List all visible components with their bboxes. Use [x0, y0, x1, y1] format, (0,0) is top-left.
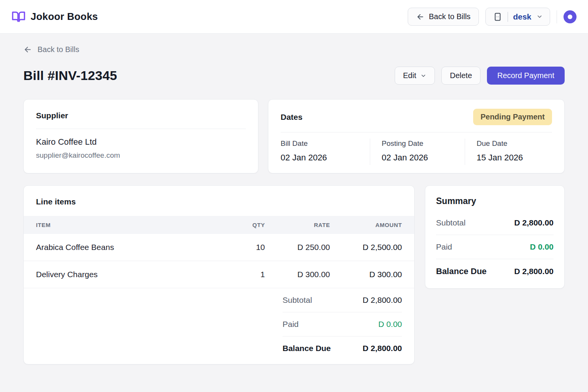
open-book-logo-icon	[11, 10, 26, 24]
summary-paid-value: D 0.00	[530, 242, 554, 252]
main-content: Back to Bills Bill #INV-12345 Edit Delet…	[0, 34, 588, 364]
arrow-left-icon	[416, 13, 425, 21]
balance-due-row: Balance Due D 2,800.00	[283, 336, 402, 360]
item-amount-cell: D 2,500.00	[330, 234, 414, 261]
summary-subtotal-label: Subtotal	[436, 218, 466, 227]
card-divider	[281, 132, 552, 132]
item-rate-cell: D 300.00	[265, 261, 330, 288]
page-actions: Edit Delete Record Payment	[395, 67, 565, 85]
workspace-name: desk	[513, 12, 531, 21]
due-date-label: Due Date	[477, 139, 552, 148]
paid-row: Paid D 0.00	[283, 312, 402, 336]
line-items-totals: Subtotal D 2,800.00 Paid D 0.00 Balance …	[283, 288, 402, 364]
line-items-heading: Line items	[24, 186, 414, 216]
subtotal-row: Subtotal D 2,800.00	[283, 288, 402, 312]
item-qty-cell: 10	[230, 234, 265, 261]
bill-date-field: Bill Date 02 Jan 2026	[281, 139, 370, 165]
supplier-card: Supplier Kairo Coffee Ltd supplier@kairo…	[23, 99, 258, 173]
user-avatar[interactable]	[564, 10, 577, 23]
record-payment-button[interactable]: Record Payment	[487, 67, 565, 85]
due-date-field: Due Date 15 Jan 2026	[465, 139, 552, 165]
bill-date-label: Bill Date	[281, 139, 370, 148]
item-qty-cell: 1	[230, 261, 265, 288]
top-bar-right: Back to Bills desk	[408, 8, 577, 26]
summary-subtotal-row: Subtotal D 2,800.00	[436, 211, 554, 235]
summary-rows: Subtotal D 2,800.00 Paid D 0.00 Balance …	[436, 211, 554, 284]
posting-date-field: Posting Date 02 Jan 2026	[370, 139, 465, 165]
record-payment-button-label: Record Payment	[497, 71, 554, 80]
page-title: Bill #INV-12345	[23, 68, 117, 83]
workspace-separator	[508, 12, 508, 22]
edit-button-label: Edit	[403, 71, 416, 80]
due-date-value: 15 Jan 2026	[477, 153, 552, 163]
bill-date-value: 02 Jan 2026	[281, 153, 370, 163]
line-item-row: Delivery Charges 1 D 300.00 D 300.00	[24, 261, 414, 288]
back-to-bills-button-label: Back to Bills	[429, 12, 470, 21]
line-items-card: Line items ITEM QTY RATE AMOUNT Arabica …	[23, 185, 415, 364]
posting-date-label: Posting Date	[382, 139, 465, 148]
item-name-cell: Arabica Coffee Beans	[24, 234, 230, 261]
app-title: Jokoor Books	[31, 11, 98, 23]
workspace-switcher-button[interactable]: desk	[485, 8, 550, 26]
back-to-bills-link[interactable]: Back to Bills	[23, 45, 79, 54]
dates-card-header: Dates Pending Payment	[281, 109, 552, 125]
summary-paid-row: Paid D 0.00	[436, 235, 554, 259]
summary-balance-due-value: D 2,800.00	[514, 267, 554, 276]
avatar-dot	[568, 15, 572, 19]
subtotal-value: D 2,800.00	[363, 296, 402, 305]
top-bar: Jokoor Books Back to Bills desk	[0, 0, 588, 34]
supplier-email: supplier@kairocoffee.com	[36, 151, 246, 160]
dates-heading: Dates	[281, 113, 302, 122]
line-items-table: ITEM QTY RATE AMOUNT Arabica Coffee Bean…	[24, 216, 414, 288]
item-name-cell: Delivery Charges	[24, 261, 230, 288]
column-header-amount: AMOUNT	[330, 216, 414, 234]
back-to-bills-button[interactable]: Back to Bills	[408, 8, 479, 26]
chevron-down-icon	[420, 73, 426, 79]
edit-button[interactable]: Edit	[395, 67, 435, 85]
paid-value: D 0.00	[378, 320, 402, 329]
card-divider	[36, 129, 246, 129]
summary-card: Summary Subtotal D 2,800.00 Paid D 0.00 …	[425, 185, 565, 289]
brand: Jokoor Books	[11, 10, 98, 24]
top-bar-divider	[557, 10, 557, 23]
balance-due-label: Balance Due	[283, 344, 331, 353]
dates-card: Dates Pending Payment Bill Date 02 Jan 2…	[268, 99, 565, 173]
summary-paid-label: Paid	[436, 242, 452, 252]
summary-balance-due-label: Balance Due	[436, 266, 487, 276]
line-item-row: Arabica Coffee Beans 10 D 250.00 D 2,500…	[24, 234, 414, 261]
supplier-heading: Supplier	[36, 111, 246, 120]
line-items-table-header: ITEM QTY RATE AMOUNT	[24, 216, 414, 234]
subtotal-label: Subtotal	[283, 296, 312, 305]
summary-subtotal-value: D 2,800.00	[514, 218, 554, 227]
cards-row-bottom: Line items ITEM QTY RATE AMOUNT Arabica …	[23, 185, 565, 364]
supplier-name: Kairo Coffee Ltd	[36, 137, 246, 147]
arrow-left-icon	[23, 45, 32, 54]
posting-date-value: 02 Jan 2026	[382, 153, 465, 163]
title-row: Bill #INV-12345 Edit Delete Record Payme…	[23, 67, 565, 85]
delete-button[interactable]: Delete	[441, 67, 480, 85]
column-header-rate: RATE	[265, 216, 330, 234]
paid-label: Paid	[283, 320, 299, 329]
pos-terminal-icon	[493, 12, 503, 22]
dates-fields: Bill Date 02 Jan 2026 Posting Date 02 Ja…	[281, 139, 552, 165]
status-badge: Pending Payment	[473, 109, 552, 125]
back-to-bills-link-label: Back to Bills	[38, 45, 79, 54]
balance-due-value: D 2,800.00	[363, 344, 402, 353]
column-header-item: ITEM	[24, 216, 230, 234]
item-amount-cell: D 300.00	[330, 261, 414, 288]
summary-balance-due-row: Balance Due D 2,800.00	[436, 259, 554, 284]
cards-row-top: Supplier Kairo Coffee Ltd supplier@kairo…	[23, 99, 565, 173]
chevron-down-icon	[536, 13, 543, 20]
column-header-qty: QTY	[230, 216, 265, 234]
item-rate-cell: D 250.00	[265, 234, 330, 261]
delete-button-label: Delete	[450, 71, 472, 80]
summary-heading: Summary	[436, 196, 554, 206]
